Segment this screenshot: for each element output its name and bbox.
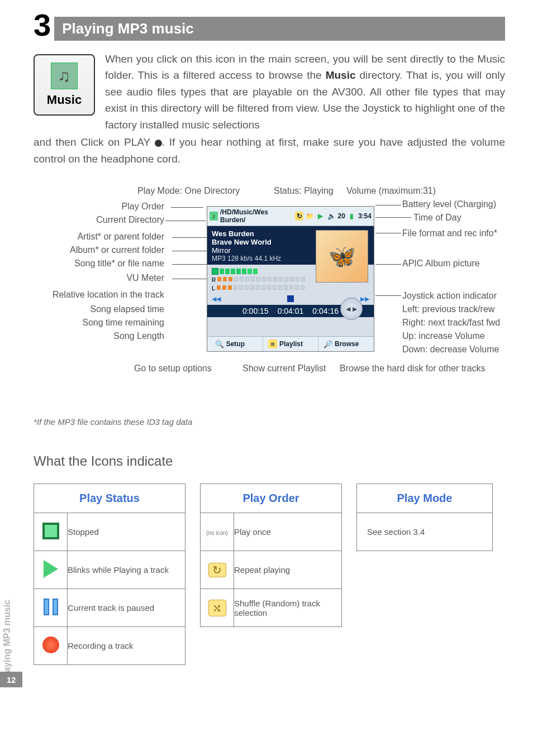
folder-icon: 📁 bbox=[306, 212, 314, 221]
menu-row: 🔍 Setup ≡ Playlist 🔎 Browse bbox=[207, 336, 374, 351]
label-vu: VU Meter bbox=[126, 273, 164, 283]
footnote: *If the MP3 file contains these ID3 tag … bbox=[34, 417, 505, 427]
playlist-icon: ≡ bbox=[268, 339, 277, 348]
label-album: Album* or current folder bbox=[70, 245, 164, 255]
table-row: Stopped bbox=[34, 513, 185, 551]
th-play-status: Play Status bbox=[34, 484, 185, 513]
label-volume: Volume (maximum:31) bbox=[346, 186, 436, 196]
chapter-header: 3 Playing MP3 music bbox=[34, 17, 505, 41]
section-heading: What the Icons indicate bbox=[34, 453, 505, 469]
label-joystick: Joystick action indicator bbox=[402, 291, 497, 301]
cell-repeat: Repeat playing bbox=[234, 551, 342, 589]
table-play-status: Play Status Stopped Blinks while Playing… bbox=[34, 484, 185, 665]
no-icon-text: (no icon) bbox=[206, 530, 228, 536]
intro-paragraph: When you click on this icon in the main … bbox=[105, 51, 505, 133]
joystick-icon: ◀ ▶ bbox=[340, 298, 363, 320]
page-number: 12 bbox=[0, 672, 22, 687]
stop-icon bbox=[42, 523, 59, 539]
speaker-small-icon bbox=[212, 268, 218, 275]
pause-icon bbox=[44, 599, 58, 615]
intro-cont-1: and then Click on PLAY bbox=[34, 136, 155, 148]
player-titlebar: ♪ /HD/Music/Wes Burden/ ↻ 📁 ▶ 🔈 20 ▮ 3:5… bbox=[207, 207, 374, 226]
time-remaining: 0:04:01 bbox=[278, 307, 304, 315]
chapter-title: Playing MP3 music bbox=[54, 17, 505, 41]
play-icon bbox=[44, 560, 58, 580]
time-elapsed: 0:00:15 bbox=[242, 307, 269, 315]
repeat-icon: ↻ bbox=[208, 563, 226, 577]
label-playlist: Show current Playlist bbox=[242, 363, 326, 374]
label-joy-left: Left: previous track/rew bbox=[402, 304, 494, 314]
label-length: Song Length bbox=[113, 331, 164, 341]
th-play-mode: Play Mode bbox=[357, 484, 493, 513]
rewind-icon: ◀◀ bbox=[212, 295, 221, 303]
label-song-title: Song title* or file name bbox=[74, 259, 164, 269]
label-status: Status: Playing bbox=[274, 186, 334, 196]
table-row: (no icon) Play once bbox=[201, 513, 342, 551]
browse-icon: 🔎 bbox=[323, 339, 332, 348]
label-browse-disk: Browse the hard disk for other tracks bbox=[340, 363, 486, 374]
label-elapsed: Song elapsed time bbox=[90, 304, 164, 314]
table-row: Blinks while Playing a track bbox=[34, 551, 185, 589]
cell-stopped: Stopped bbox=[68, 513, 185, 551]
table-row: ↻ Repeat playing bbox=[201, 551, 342, 589]
menu-setup-label: Setup bbox=[226, 340, 245, 348]
cell-paused: Current track is paused bbox=[68, 589, 185, 627]
label-file-format: File format and rec info* bbox=[402, 228, 497, 238]
label-remaining: Song time remaining bbox=[82, 318, 164, 328]
player-path: /HD/Music/Wes Burden/ bbox=[220, 208, 291, 224]
label-joy-down: Down: decrease Volume bbox=[402, 344, 499, 355]
intro-bold: Music bbox=[326, 69, 356, 81]
table-play-mode: Play Mode See section 3.4 bbox=[356, 484, 493, 551]
cell-playing: Blinks while Playing a track bbox=[68, 551, 185, 589]
player-volume: 20 bbox=[338, 212, 345, 220]
battery-icon: ▮ bbox=[348, 212, 356, 221]
music-note-icon: ♫ bbox=[51, 63, 78, 89]
chapter-number: 3 bbox=[34, 11, 51, 39]
table-row: Current track is paused bbox=[34, 589, 185, 627]
cell-play-once: Play once bbox=[234, 513, 342, 551]
label-play-mode: Play Mode: One Directory bbox=[137, 186, 240, 196]
cell-shuffle: Shuffle (Random) track selection bbox=[234, 589, 342, 627]
cell-play-mode: See section 3.4 bbox=[357, 513, 493, 551]
music-note-icon: ♪ bbox=[210, 212, 218, 221]
music-app-icon: ♫ Music bbox=[34, 54, 95, 116]
menu-playlist-label: Playlist bbox=[279, 340, 303, 348]
play-button-icon bbox=[155, 140, 162, 147]
table-row: See section 3.4 bbox=[357, 513, 493, 551]
label-setup: Go to setup options bbox=[134, 363, 212, 374]
label-joy-up: Up: increase Volume bbox=[402, 331, 485, 341]
record-icon bbox=[42, 637, 59, 653]
table-play-order: Play Order (no icon) Play once ↻ Repeat … bbox=[200, 484, 342, 627]
play-status-icon: ▶ bbox=[316, 212, 325, 221]
stop-icon bbox=[287, 295, 294, 302]
cell-recording: Recording a track bbox=[68, 627, 185, 665]
table-row: ⤭ Shuffle (Random) track selection bbox=[201, 589, 342, 627]
magnifier-icon: 🔍 bbox=[215, 339, 224, 348]
joystick-indicator: ◀ ▶ bbox=[334, 291, 369, 327]
menu-browse: 🔎 Browse bbox=[318, 337, 374, 351]
speaker-icon: 🔈 bbox=[327, 212, 336, 221]
side-tab: Playing MP3 music bbox=[0, 596, 15, 684]
music-icon-label: Music bbox=[47, 93, 82, 107]
label-battery: Battery level (Charging) bbox=[402, 199, 496, 209]
shuffle-icon: ⤭ bbox=[208, 600, 226, 616]
tables-row: Play Status Stopped Blinks while Playing… bbox=[34, 484, 505, 665]
th-play-order: Play Order bbox=[201, 484, 342, 513]
label-joy-right: Right: next track/fast fwd bbox=[402, 318, 500, 328]
label-current-directory: Current Directory bbox=[96, 215, 164, 225]
label-clock: Time of Day bbox=[413, 213, 461, 223]
menu-setup: 🔍 Setup bbox=[207, 337, 263, 351]
label-album-art: APIC Album picture bbox=[402, 259, 480, 269]
album-art-icon: 🦋 bbox=[316, 230, 368, 283]
player-screenshot: ♪ /HD/Music/Wes Burden/ ↻ 📁 ▶ 🔈 20 ▮ 3:5… bbox=[207, 206, 374, 352]
menu-browse-label: Browse bbox=[335, 340, 359, 348]
repeat-icon: ↻ bbox=[295, 212, 303, 221]
table-row: Recording a track bbox=[34, 627, 185, 665]
label-play-order: Play Order bbox=[122, 202, 164, 212]
intro-paragraph-2: and then Click on PLAY . If you hear not… bbox=[34, 134, 505, 167]
menu-playlist: ≡ Playlist bbox=[263, 337, 319, 351]
label-relative-loc: Relative location in the track bbox=[53, 290, 164, 300]
label-artist: Artist* or parent folder bbox=[77, 232, 164, 242]
player-clock: 3:54 bbox=[358, 212, 372, 220]
player-diagram: Play Mode: One Directory Status: Playing… bbox=[34, 184, 505, 396]
